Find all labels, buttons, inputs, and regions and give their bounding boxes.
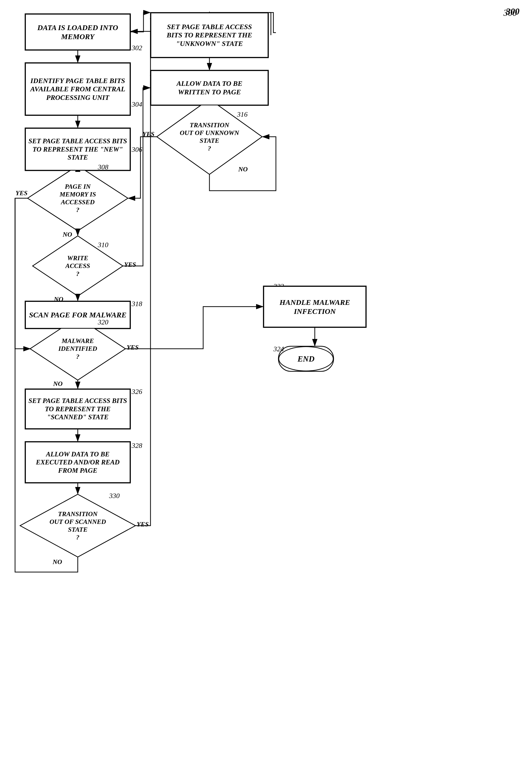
label-no-malware: NO [53, 380, 63, 388]
box-end: END [278, 346, 334, 371]
diamond-malware-id: MALWAREIDENTIFIED? [41, 330, 114, 368]
box-set-scanned: SET PAGE TABLE ACCESS BITSTO REPRESENT T… [25, 389, 130, 429]
box-handle-malware: HANDLE MALWAREINFECTION [264, 286, 366, 328]
label-yes-unknown: YES [142, 130, 155, 138]
ref-316: 316 [237, 111, 248, 118]
label-no-page-accessed: NO [63, 231, 72, 238]
label-yes-scanned: YES [137, 521, 149, 528]
ref-310: 310 [98, 241, 108, 249]
svg-marker-6 [33, 236, 123, 296]
ref-328: 328 [132, 442, 142, 450]
svg-marker-5 [28, 166, 128, 231]
svg-marker-11 [20, 494, 135, 557]
ref-330: 330 [109, 492, 120, 500]
ref-302: 302 [132, 44, 142, 52]
label-no-scanned: NO [53, 558, 62, 566]
box-scan: SCAN PAGE FOR MALWARE [25, 301, 130, 329]
box-allow-write: ALLOW DATA TO BEWRITTEN TO PAGE [150, 70, 268, 106]
label-yes-page-accessed: YES [16, 190, 28, 197]
label-yes-write-access: YES [124, 261, 136, 268]
ref-326: 326 [132, 388, 142, 396]
ref-304: 304 [132, 100, 142, 109]
diagram-container: 300 [0, 0, 532, 762]
diagram-ref-number: 300 [506, 6, 519, 17]
box-identify: IDENTIFY PAGE TABLE BITSAVAILABLE FROM C… [25, 63, 130, 115]
ref-324: 324 [273, 345, 284, 353]
ref-308: 308 [98, 163, 108, 171]
box-set-new: SET PAGE TABLE ACCESS BITSTO REPRESENT T… [25, 128, 130, 171]
box-set-unknown: SET PAGE TABLE ACCESSBITS TO REPRESENT T… [150, 13, 268, 58]
ref-306: 306 [132, 145, 142, 154]
label-yes-malware: YES [127, 344, 139, 351]
diamond-write-access: WRITEACCESS? [44, 250, 112, 282]
label-no-unknown: NO [238, 166, 248, 173]
diamond-page-accessed: PAGE INMEMORY ISACCESSED? [40, 180, 115, 217]
box-data-loaded: DATA IS LOADED INTO MEMORY [25, 14, 130, 50]
ref-320: 320 [98, 318, 108, 326]
diamond-transition-scanned: TRANSITIONOUT OF SCANNEDSTATE? [34, 504, 122, 547]
box-allow-exec: ALLOW DATA TO BEEXECUTED AND/OR READFROM… [25, 442, 130, 483]
ref-318: 318 [132, 300, 142, 308]
